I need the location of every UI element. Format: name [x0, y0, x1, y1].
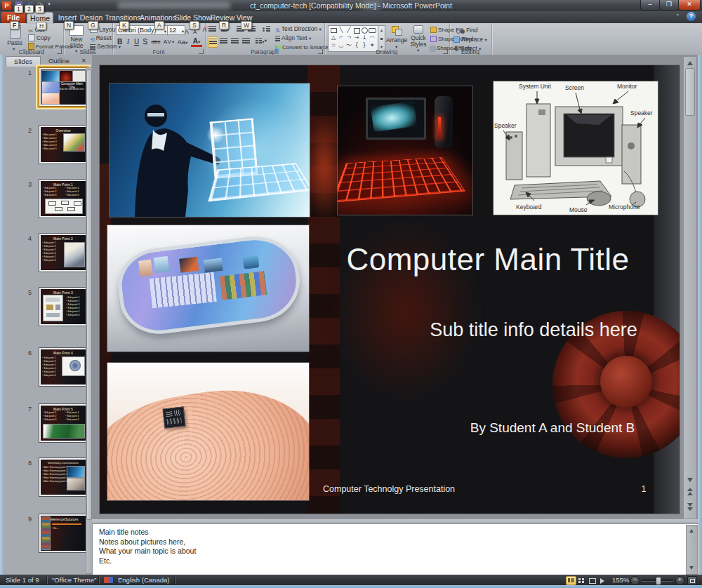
laser-projector-device [435, 96, 453, 148]
laser-keyboard-image[interactable] [338, 86, 472, 215]
slide-thumbnail-6[interactable]: 6 Main Point 4 Sub point 1Sub point 2Sub… [39, 348, 87, 386]
text-direction-button[interactable]: ⇅Text Direction ▾ [275, 25, 322, 34]
slide-show-button[interactable] [597, 576, 608, 585]
font-color-button[interactable]: A▾ [191, 37, 202, 47]
drawing-dialog-launcher[interactable] [443, 49, 448, 54]
editor-scrollbar-thumb[interactable] [685, 68, 695, 116]
clipboard-dialog-launcher[interactable] [57, 49, 62, 54]
proofing-icon[interactable] [104, 577, 113, 583]
character-spacing-button[interactable]: AV▾ [163, 37, 176, 47]
slide-byline[interactable]: By Student A and Student B [437, 420, 668, 436]
tab-view[interactable]: ViewW [232, 12, 257, 23]
tablet-keyboard [150, 272, 217, 308]
normal-view-button[interactable] [566, 576, 576, 585]
fit-slide-to-window-button[interactable] [687, 576, 697, 585]
paragraph-dialog-launcher[interactable] [318, 49, 323, 54]
thumb-components-image [43, 295, 63, 321]
window-border-bottom [0, 585, 702, 588]
zoom-in-button[interactable]: + [675, 576, 684, 585]
align-text-icon [275, 36, 280, 41]
minimize-button[interactable]: – [640, 0, 660, 11]
zoom-level[interactable]: 155% [612, 576, 629, 584]
slide-thumbnail-3[interactable]: 3 Main Point 1 Sub point 1Sub point 2Sub… [39, 180, 87, 218]
thumb-circuitboard-image [43, 424, 85, 439]
zoom-out-button[interactable]: − [630, 576, 640, 585]
slide-thumbnail-5[interactable]: 5 Main Point 3 Sub point 1Sub point 2Sub… [39, 288, 87, 326]
computer-diagram-image[interactable]: System Unit Screen Monitor Speaker Speak… [494, 81, 658, 215]
slide-thumbnail-9[interactable]: 9 Reference/Sources Etc... [39, 514, 87, 552]
tab-home[interactable]: HomeH [27, 12, 53, 24]
columns-button[interactable]: ▾ [256, 36, 265, 46]
strikethrough-button[interactable]: abc [149, 37, 163, 47]
close-button[interactable]: ✕ [678, 0, 701, 11]
change-case-button[interactable]: Aa▾ [177, 37, 188, 47]
align-left-button[interactable] [208, 36, 218, 48]
slide-subtitle[interactable]: Sub title info details here [395, 319, 673, 341]
holographic-interface-image[interactable] [110, 83, 310, 217]
justify-button[interactable] [241, 36, 251, 46]
thumb-reference-link [52, 523, 81, 525]
thumb-laser-image [59, 70, 73, 82]
window-title: ct_computer-tech [Compatibility Mode] - … [0, 1, 702, 10]
text-direction-icon: ⇅ [275, 27, 280, 34]
thumb-tablet-image [41, 81, 60, 93]
keytip-undo: 2 [25, 5, 34, 13]
minimize-ribbon-icon[interactable]: ⌃ [675, 13, 680, 20]
microchip-finger-image[interactable] [107, 363, 309, 500]
theme-indicator[interactable]: "Office Theme" [52, 576, 96, 584]
zoom-slider-thumb[interactable] [656, 577, 661, 585]
tab-outline-pane[interactable]: Outline [41, 56, 77, 66]
next-slide-button[interactable] [685, 502, 694, 516]
slide-footer[interactable]: Computer Technolgy Presentation [323, 484, 505, 494]
maximize-button[interactable]: ❐ [659, 0, 679, 11]
previous-slide-button[interactable] [685, 486, 694, 500]
slide-thumbnail-4[interactable]: 4 Main Point 2 Sub point 1Sub point 2Sub… [39, 234, 87, 272]
slide-canvas[interactable]: System Unit Screen Monitor Speaker Speak… [99, 65, 680, 514]
scroll-up-icon[interactable] [687, 61, 693, 65]
shape-outline-icon [430, 36, 437, 42]
fingertip-graphic [107, 375, 309, 500]
notes-scrollbar[interactable] [686, 525, 698, 575]
notes-text[interactable]: Main title notesNotes about pictures her… [99, 528, 677, 566]
align-right-button[interactable] [230, 36, 239, 46]
slide-thumbnail-2[interactable]: 2 Overview Main point 1Main point 2Main … [39, 126, 87, 163]
tab-file[interactable]: FileF [1, 12, 25, 23]
scroll-down-icon[interactable] [687, 478, 693, 482]
language-indicator[interactable]: English (Canada) [118, 576, 169, 584]
slide-thumbnail-1[interactable]: 1 Computer Main Title Sub title info det… [39, 68, 87, 106]
slide-thumbnail-8[interactable]: 8 Summary-Conclusions Main Summary point… [39, 458, 87, 496]
laser-keyboard-projection [338, 157, 465, 202]
align-text-button[interactable]: Align Text ▾ [275, 34, 311, 43]
slide-editor-area: System Unit Screen Monitor Speaker Speak… [92, 55, 698, 519]
align-center-button[interactable] [219, 36, 228, 46]
slide-thumbnail-7[interactable]: 7 Main Point 5 Sub point 1Sub point 2Sub… [39, 404, 87, 442]
diagram-label: Speaker [494, 122, 517, 129]
help-icon[interactable]: ? [687, 12, 696, 21]
tab-slides-pane[interactable]: Slides [6, 56, 41, 67]
find-button[interactable]: Find [453, 27, 478, 34]
keytip-repeat: 3 [35, 5, 44, 13]
copy-button[interactable]: Copy [28, 34, 51, 42]
scroll-up-icon[interactable] [689, 529, 694, 533]
slide-title[interactable]: Computer Main Title [310, 242, 665, 277]
slide-number[interactable]: 1 [633, 484, 654, 494]
bullets-button[interactable]: ▾ [208, 25, 217, 34]
panel-scrollbar-thumb[interactable] [86, 69, 92, 520]
thumb-harddrive-image [62, 356, 85, 376]
font-dialog-launcher[interactable] [199, 49, 204, 54]
scroll-down-icon[interactable] [689, 566, 694, 570]
replace-button[interactable]: Replace ▾ [453, 36, 487, 44]
notes-pane[interactable]: Main title notesNotes about pictures her… [92, 523, 699, 576]
close-pane-icon[interactable]: ✕ [81, 58, 86, 64]
microchip-graphic [163, 407, 186, 429]
line-spacing-button[interactable]: ↕▾ [261, 25, 270, 34]
computer-diagram-graphic [494, 81, 658, 215]
slide-sorter-view-button[interactable] [576, 576, 587, 585]
slide-indicator: Slide 1 of 9 [6, 576, 39, 584]
reading-view-button[interactable] [587, 576, 597, 585]
concept-tablet-image[interactable] [107, 225, 309, 352]
editor-scrollbar[interactable] [683, 56, 697, 519]
laser-device-screen [366, 98, 426, 140]
ribbon-tab-bar: FileF HomeH InsertN DesignG TransitionsK… [0, 11, 702, 23]
diagram-label: System Unit [519, 83, 551, 90]
